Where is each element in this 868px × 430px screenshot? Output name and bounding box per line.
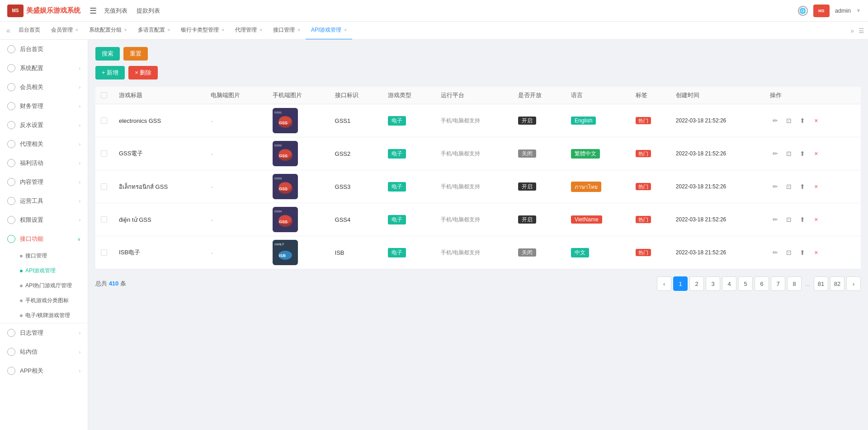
tab-right-arrow[interactable]: »: [850, 27, 854, 34]
sub-dot-electronic-game: [20, 314, 23, 317]
sidebar-sub-api-hot[interactable]: API热门游戏厅管理: [20, 278, 88, 293]
sidebar-sub-interface-mgmt[interactable]: 接口管理: [20, 248, 88, 263]
select-all-checkbox[interactable]: [101, 92, 107, 98]
delete-button[interactable]: × 删除: [128, 66, 158, 79]
sidebar-item-permission[interactable]: 权限设置 ›: [0, 210, 88, 229]
ops-icon: [7, 197, 15, 205]
edit-button[interactable]: ✏: [770, 214, 781, 225]
edit-button[interactable]: ✏: [770, 181, 781, 192]
sidebar-item-finance[interactable]: 财务管理 ›: [0, 97, 88, 116]
tab-interface-close[interactable]: ×: [297, 28, 300, 33]
sidebar-item-home[interactable]: 后台首页: [0, 40, 88, 59]
page-82[interactable]: 82: [830, 276, 844, 291]
row-created-time: 2022-03-18 21:52:26: [670, 137, 765, 170]
copy-button[interactable]: ⊡: [783, 115, 794, 126]
tab-agent-close[interactable]: ×: [259, 28, 262, 33]
top-menu-withdraw[interactable]: 提款列表: [137, 7, 160, 15]
row-checkbox[interactable]: [101, 249, 107, 256]
sidebar-sub-api-game[interactable]: API游戏管理: [20, 263, 88, 278]
page-1[interactable]: 1: [673, 276, 688, 291]
hamburger-menu[interactable]: ☰: [90, 6, 97, 16]
add-button[interactable]: + 新增: [95, 66, 125, 79]
app-icon: [7, 367, 15, 375]
tab-sysconfig[interactable]: 系统配置分组 ×: [84, 22, 132, 40]
admin-name[interactable]: admin: [835, 7, 851, 14]
row-checkbox[interactable]: [101, 117, 107, 124]
top-nav: MS 美盛娱乐游戏系统 ☰ 充值列表 提款列表 🌐 MS admin ▼: [0, 0, 868, 22]
delete-row-button[interactable]: ×: [811, 115, 821, 126]
tab-sysconfig-close[interactable]: ×: [124, 28, 127, 33]
row-checkbox-cell: [95, 170, 113, 203]
copy-button[interactable]: ⊡: [783, 181, 794, 192]
th-mobile-image: 手机端图片: [267, 87, 329, 104]
row-checkbox[interactable]: [101, 216, 107, 223]
page-7[interactable]: 7: [771, 276, 785, 291]
sidebar-item-rebate[interactable]: 反水设置 ›: [0, 116, 88, 135]
tab-agent[interactable]: 代理管理 ×: [230, 22, 268, 40]
tab-bankcard-close[interactable]: ×: [222, 28, 224, 33]
page-8[interactable]: 8: [787, 276, 802, 291]
sidebar-item-app[interactable]: APP相关 ›: [0, 361, 88, 380]
tab-interface[interactable]: 接口管理 ×: [268, 22, 306, 40]
globe-icon[interactable]: 🌐: [798, 6, 808, 16]
tab-member-close[interactable]: ×: [75, 28, 78, 33]
tab-bankcard[interactable]: 银行卡类型管理 ×: [175, 22, 230, 40]
delete-row-button[interactable]: ×: [811, 214, 821, 225]
upload-button[interactable]: ⬆: [797, 148, 808, 159]
tab-api-game[interactable]: API游戏管理 ×: [306, 22, 352, 40]
edit-button[interactable]: ✏: [770, 247, 781, 258]
upload-button[interactable]: ⬆: [797, 214, 808, 225]
sidebar-item-welfare[interactable]: 福利活动 ›: [0, 154, 88, 173]
sidebar-item-agent[interactable]: 代理相关 ›: [0, 135, 88, 154]
sidebar-sub-electronic-game[interactable]: 电子/棋牌游戏管理: [20, 308, 88, 323]
tab-home[interactable]: 后台首页: [13, 22, 46, 40]
page-3[interactable]: 3: [706, 276, 720, 291]
delete-row-button[interactable]: ×: [811, 181, 821, 192]
copy-button[interactable]: ⊡: [783, 214, 794, 225]
page-next[interactable]: ›: [846, 276, 861, 291]
content-icon: [7, 178, 15, 186]
page-5[interactable]: 5: [738, 276, 753, 291]
delete-row-button[interactable]: ×: [811, 247, 821, 258]
sidebar-item-content[interactable]: 内容管理 ›: [0, 173, 88, 192]
sidebar-item-sysconfig[interactable]: 系统配置 ›: [0, 59, 88, 78]
reset-button[interactable]: 重置: [123, 47, 148, 61]
logo-area: MS 美盛娱乐游戏系统: [7, 5, 80, 17]
row-platform: 手机/电脑都支持: [435, 137, 513, 170]
page-prev[interactable]: ‹: [657, 276, 671, 291]
tab-multilang-close[interactable]: ×: [168, 28, 170, 33]
row-checkbox[interactable]: [101, 150, 107, 157]
game-table: 游戏标题 电脑端图片 手机端图片 接口标识 游戏类型 运行平台 是否开放 语言 …: [95, 87, 861, 269]
tab-api-game-close[interactable]: ×: [344, 28, 347, 33]
page-81[interactable]: 81: [814, 276, 828, 291]
th-is-open: 是否开放: [513, 87, 566, 104]
tab-multilang[interactable]: 多语言配置 ×: [132, 22, 176, 40]
sidebar-sub-mobile-icon[interactable]: 手机游戏分类图标: [20, 293, 88, 308]
edit-button[interactable]: ✏: [770, 115, 781, 126]
upload-button[interactable]: ⬆: [797, 181, 808, 192]
row-pc-image: -: [205, 170, 267, 203]
row-checkbox[interactable]: [101, 183, 107, 190]
upload-button[interactable]: ⬆: [797, 115, 808, 126]
upload-button[interactable]: ⬆: [797, 247, 808, 258]
edit-button[interactable]: ✏: [770, 148, 781, 159]
sidebar-item-log[interactable]: 日志管理 ›: [0, 323, 88, 342]
tab-menu-icon[interactable]: ☰: [859, 27, 864, 34]
top-menu-recharge[interactable]: 充值列表: [104, 7, 127, 15]
sidebar-item-ops[interactable]: 运营工具 ›: [0, 192, 88, 210]
row-pc-image: -: [205, 203, 267, 236]
page-2[interactable]: 2: [689, 276, 704, 291]
language-badge: 中文: [571, 248, 589, 257]
sidebar-item-interface-fn[interactable]: 接口功能 ∨: [0, 229, 88, 248]
page-4[interactable]: 4: [722, 276, 736, 291]
tab-member[interactable]: 会员管理 ×: [46, 22, 84, 40]
page-6[interactable]: 6: [755, 276, 769, 291]
search-button[interactable]: 搜索: [95, 47, 120, 61]
sidebar-item-member[interactable]: 会员相关 ›: [0, 78, 88, 97]
copy-button[interactable]: ⊡: [783, 247, 794, 258]
delete-row-button[interactable]: ×: [811, 148, 821, 159]
sidebar-item-message[interactable]: 站内信 ›: [0, 342, 88, 361]
row-language: ภาษาไทย: [566, 170, 630, 203]
tab-left-arrow[interactable]: «: [4, 27, 13, 35]
copy-button[interactable]: ⊡: [783, 148, 794, 159]
